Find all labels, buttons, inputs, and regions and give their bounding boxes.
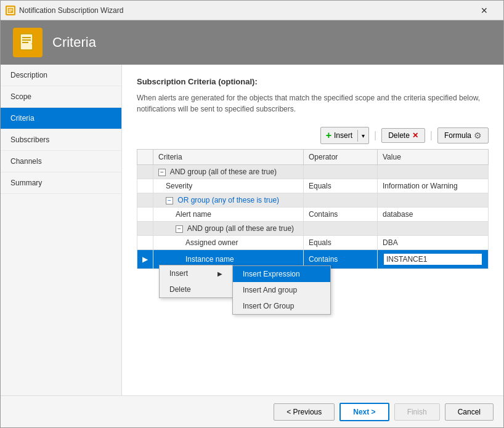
col-operator: Operator (304, 150, 378, 165)
previous-button[interactable]: < Previous (274, 403, 335, 421)
table-row: − OR group (any of these is true) (137, 193, 489, 208)
row-indicator (137, 179, 153, 193)
context-menu-insert-item[interactable]: Insert ▶ Insert Expression Insert And gr… (160, 265, 232, 281)
row-value: database (378, 208, 489, 222)
criteria-toolbar: + Insert ▾ | Delete ✕ | Formula ⚙ (137, 127, 489, 144)
sidebar-item-subscribers[interactable]: Subscribers (1, 129, 121, 151)
main-window: Notification Subscription Wizard ✕ Crite… (0, 0, 504, 428)
table-row: Severity Equals Information or Warning (137, 179, 489, 193)
submenu-item-or-group[interactable]: Insert Or Group (233, 298, 330, 314)
sidebar-item-description[interactable]: Description (1, 65, 121, 86)
row-criteria[interactable]: − AND group (all of these are true) (153, 165, 304, 179)
separator-2: | (430, 130, 433, 141)
insert-label[interactable]: + Insert (321, 127, 357, 143)
delete-icon: ✕ (412, 131, 418, 140)
row-criteria[interactable]: − OR group (any of these is true) (153, 193, 304, 208)
row-criteria[interactable]: Alert name (153, 208, 304, 222)
col-indicator (137, 150, 153, 165)
collapse-icon[interactable]: − (166, 197, 173, 204)
table-row: − AND group (all of these are true) (137, 165, 489, 179)
row-operator (304, 193, 378, 208)
next-button[interactable]: Next > (339, 403, 389, 421)
row-value (378, 222, 489, 236)
table-row: Assigned owner Equals DBA (137, 236, 489, 250)
row-value: DBA (378, 236, 489, 250)
wizard-icon (13, 28, 43, 57)
row-operator (304, 165, 378, 179)
row-value: Information or Warning (378, 179, 489, 193)
delete-button[interactable]: Delete ✕ (381, 128, 425, 143)
row-operator (304, 222, 378, 236)
close-button[interactable]: ✕ (470, 1, 498, 20)
context-menu-delete[interactable]: Delete (160, 281, 232, 297)
row-operator: Equals (304, 236, 378, 250)
main-area: Description Scope Criteria Subscribers C… (1, 65, 503, 395)
value-input[interactable] (383, 252, 483, 266)
collapse-icon[interactable]: − (158, 169, 166, 176)
row-criteria[interactable]: Assigned owner (153, 236, 304, 250)
row-indicator (137, 222, 153, 236)
app-icon (6, 6, 15, 15)
sidebar-item-criteria[interactable]: Criteria (1, 108, 121, 129)
cancel-button[interactable]: Cancel (445, 403, 494, 421)
sidebar-item-summary[interactable]: Summary (1, 172, 121, 194)
row-value (378, 165, 489, 179)
wizard-footer: < Previous Next > Finish Cancel (1, 395, 503, 427)
sidebar-item-channels[interactable]: Channels (1, 151, 121, 172)
submenu-item-and-group[interactable]: Insert And group (233, 282, 330, 298)
context-delete-label: Delete (169, 285, 191, 294)
row-indicator (137, 208, 153, 222)
row-indicator (137, 165, 153, 179)
table-row: Alert name Contains database (137, 208, 489, 222)
row-arrow-indicator: ▶ (137, 250, 153, 269)
content-description: When alerts are generated for the object… (137, 92, 489, 115)
sidebar: Description Scope Criteria Subscribers C… (1, 65, 122, 395)
formula-button[interactable]: Formula ⚙ (437, 127, 489, 143)
svg-rect-7 (22, 42, 28, 43)
title-bar: Notification Subscription Wizard ✕ (1, 1, 503, 20)
row-operator: Contains (304, 208, 378, 222)
plus-icon: + (326, 130, 331, 141)
submenu-arrow-icon: ▶ (217, 270, 222, 277)
formula-icon: ⚙ (474, 131, 482, 140)
context-menu-container: Insert ▶ Insert Expression Insert And gr… (159, 265, 233, 298)
content-title: Subscription Criteria (optional): (137, 77, 489, 86)
table-header-row: Criteria Operator Value (137, 150, 489, 165)
window-title: Notification Subscription Wizard (19, 6, 470, 15)
row-value (378, 193, 489, 208)
row-indicator (137, 236, 153, 250)
table-row: − AND group (all of these are true) (137, 222, 489, 236)
insert-button[interactable]: + Insert ▾ (320, 127, 369, 144)
row-criteria[interactable]: Severity (153, 179, 304, 193)
row-operator: Equals (304, 179, 378, 193)
col-criteria: Criteria (153, 150, 304, 165)
sidebar-item-scope[interactable]: Scope (1, 86, 121, 108)
context-insert-label: Insert (169, 269, 188, 278)
content-area: Subscription Criteria (optional): When a… (122, 65, 503, 395)
svg-rect-5 (22, 37, 31, 38)
submenu: Insert Expression Insert And group Inser… (232, 265, 331, 315)
context-menu-insert[interactable]: Insert ▶ (160, 265, 232, 281)
row-criteria[interactable]: − AND group (all of these are true) (153, 222, 304, 236)
context-menu: Insert ▶ Insert Expression Insert And gr… (159, 265, 233, 298)
separator-1: | (374, 130, 376, 141)
collapse-icon[interactable]: − (176, 225, 183, 233)
criteria-table: Criteria Operator Value − AND group (all… (137, 149, 489, 269)
svg-rect-6 (22, 39, 31, 41)
col-value: Value (378, 150, 489, 165)
row-indicator (137, 193, 153, 208)
wizard-title: Criteria (52, 34, 96, 50)
wizard-header: Criteria (1, 20, 503, 65)
finish-button[interactable]: Finish (394, 403, 440, 421)
submenu-item-expression[interactable]: Insert Expression (233, 266, 330, 282)
row-value (378, 250, 489, 269)
insert-dropdown-arrow[interactable]: ▾ (357, 130, 368, 142)
